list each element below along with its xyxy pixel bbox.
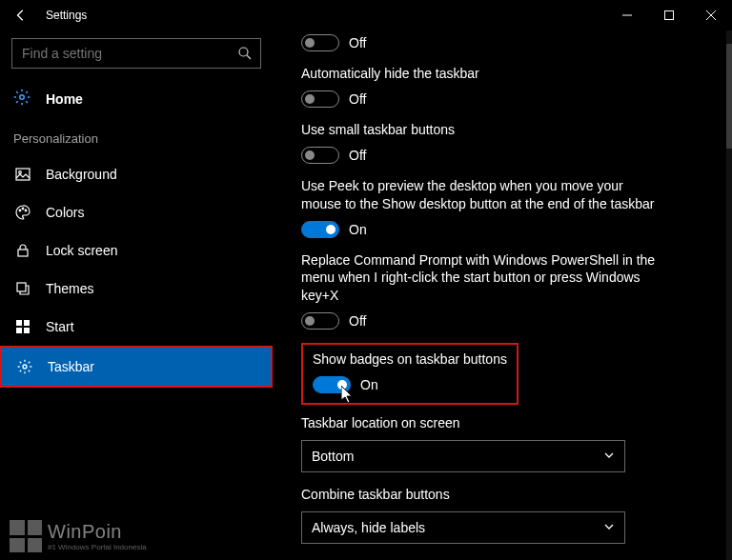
svg-rect-17 — [24, 328, 30, 333]
toggle-unknown-top[interactable] — [301, 34, 339, 51]
dropdown-value: Always, hide labels — [312, 520, 425, 535]
toggle-value: Off — [349, 91, 366, 107]
svg-point-10 — [22, 208, 24, 210]
gear-icon — [15, 359, 34, 374]
toggle-small-buttons[interactable] — [301, 147, 339, 164]
palette-icon — [13, 205, 32, 220]
setting-label-peek: Use Peek to preview the desktop when you… — [301, 177, 663, 213]
svg-rect-15 — [24, 320, 30, 326]
sidebar-item-label: Lock screen — [46, 243, 117, 258]
watermark-subtitle: #1 Windows Portal Indonesia — [48, 543, 147, 551]
highlighted-setting: Show badges on taskbar buttons On — [301, 343, 518, 405]
search-box[interactable] — [11, 38, 261, 69]
svg-rect-13 — [17, 283, 26, 291]
dropdown-combine-buttons[interactable]: Always, hide labels — [301, 511, 625, 544]
sidebar-item-background[interactable]: Background — [0, 155, 273, 193]
svg-point-11 — [25, 210, 27, 211]
setting-label-combine: Combine taskbar buttons — [301, 486, 663, 504]
sidebar-item-themes[interactable]: Themes — [0, 270, 273, 308]
maximize-button[interactable] — [648, 0, 690, 30]
sidebar-item-label: Taskbar — [48, 359, 94, 374]
title-bar: Settings — [0, 0, 732, 30]
svg-point-4 — [239, 48, 248, 56]
svg-rect-14 — [16, 320, 22, 326]
cursor-icon — [341, 386, 356, 405]
watermark: WinPoin #1 Windows Portal Indonesia — [10, 520, 147, 552]
svg-point-18 — [23, 365, 27, 369]
windows-logo-icon — [10, 520, 42, 552]
minimize-button[interactable] — [606, 0, 648, 30]
window-title: Settings — [42, 9, 87, 22]
sidebar-item-label: Background — [46, 167, 117, 182]
toggle-value: Off — [349, 313, 366, 329]
setting-label-autohide: Automatically hide the taskbar — [301, 65, 663, 83]
lock-icon — [13, 243, 32, 258]
sidebar-item-lockscreen[interactable]: Lock screen — [0, 231, 273, 270]
svg-point-6 — [20, 95, 25, 100]
sidebar-home-label: Home — [46, 91, 83, 107]
toggle-value: On — [360, 377, 378, 392]
vertical-scrollbar[interactable] — [726, 30, 732, 560]
watermark-title: WinPoin — [48, 521, 147, 543]
search-icon — [237, 46, 253, 65]
sidebar-item-label: Colors — [46, 205, 84, 220]
svg-point-8 — [19, 171, 22, 174]
setting-label-badges: Show badges on taskbar buttons — [313, 350, 507, 369]
back-button[interactable] — [0, 0, 42, 30]
search-input[interactable] — [12, 46, 260, 61]
sidebar-item-label: Start — [46, 319, 74, 334]
start-icon — [13, 319, 32, 334]
toggle-peek[interactable] — [301, 221, 339, 238]
sidebar-item-start[interactable]: Start — [0, 308, 273, 346]
dropdown-value: Bottom — [312, 449, 354, 464]
toggle-value: Off — [349, 148, 366, 163]
svg-line-5 — [247, 55, 251, 59]
sidebar-item-label: Themes — [46, 281, 94, 296]
toggle-value: Off — [349, 35, 366, 50]
chevron-down-icon — [603, 520, 615, 535]
picture-icon — [13, 167, 32, 182]
setting-label-location: Taskbar location on screen — [301, 414, 663, 432]
main-content: Off Automatically hide the taskbar Off U… — [273, 30, 732, 560]
setting-label-replace-cmd: Replace Command Prompt with Windows Powe… — [301, 251, 663, 306]
toggle-autohide[interactable] — [301, 90, 339, 108]
close-button[interactable] — [690, 0, 732, 30]
scrollbar-thumb[interactable] — [726, 44, 732, 149]
sidebar: Home Personalization Background Colors — [0, 30, 273, 560]
svg-rect-7 — [16, 169, 30, 180]
sidebar-home[interactable]: Home — [0, 80, 273, 118]
chevron-down-icon — [603, 449, 615, 464]
svg-rect-1 — [665, 11, 674, 20]
gear-icon — [13, 89, 32, 110]
svg-rect-16 — [16, 328, 22, 333]
svg-rect-12 — [18, 250, 28, 256]
toggle-replace-cmd[interactable] — [301, 312, 339, 330]
toggle-value: On — [349, 222, 367, 237]
sidebar-category: Personalization — [0, 118, 273, 155]
sidebar-item-taskbar[interactable]: Taskbar — [2, 348, 271, 386]
setting-label-small-buttons: Use small taskbar buttons — [301, 121, 663, 139]
themes-icon — [13, 281, 32, 296]
svg-point-9 — [19, 210, 21, 211]
sidebar-item-colors[interactable]: Colors — [0, 193, 273, 231]
dropdown-taskbar-location[interactable]: Bottom — [301, 440, 625, 472]
